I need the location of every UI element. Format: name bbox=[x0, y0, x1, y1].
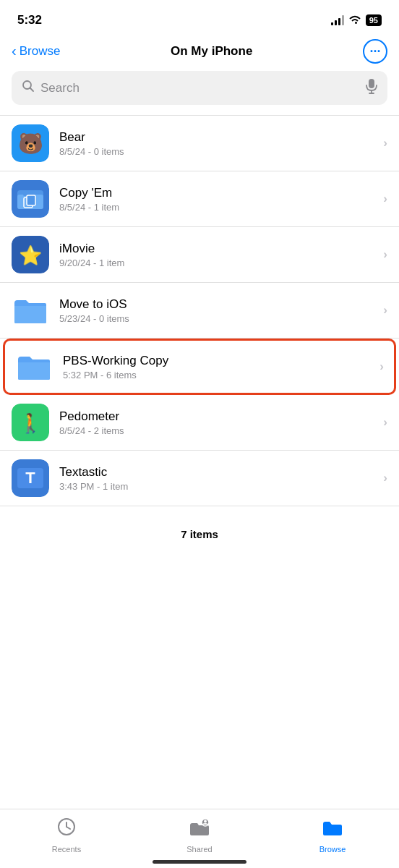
page-title: On My iPhone bbox=[171, 44, 252, 59]
folder-icon-textastic: T bbox=[12, 459, 49, 497]
folder-meta: 5/23/24 - 0 items bbox=[59, 313, 383, 324]
wifi-icon bbox=[348, 14, 361, 27]
folder-meta: 3:43 PM - 1 item bbox=[59, 481, 383, 492]
chevron-right-icon: › bbox=[383, 247, 387, 262]
back-button[interactable]: ‹ Browse bbox=[12, 43, 60, 59]
folder-meta: 5:32 PM - 6 items bbox=[63, 370, 379, 380]
folder-list: 🐻 Bear 8/5/24 - 0 items › bbox=[0, 115, 399, 506]
tab-browse-label: Browse bbox=[319, 845, 346, 854]
folder-meta: 9/20/24 - 1 item bbox=[59, 258, 383, 268]
chevron-right-icon: › bbox=[379, 359, 384, 374]
tab-shared-label: Shared bbox=[186, 845, 212, 854]
main-content: 🐻 Bear 8/5/24 - 0 items › bbox=[0, 115, 399, 642]
chevron-left-icon: ‹ bbox=[12, 43, 17, 59]
tab-browse[interactable]: Browse bbox=[266, 817, 399, 854]
search-bar[interactable]: Search bbox=[12, 71, 387, 105]
folder-name: Bear bbox=[59, 130, 383, 145]
svg-line-1 bbox=[30, 88, 34, 92]
folder-name: PBS-Working Copy bbox=[63, 354, 379, 368]
list-item[interactable]: T Textastic 3:43 PM - 1 item › bbox=[0, 451, 399, 506]
folder-name: Textastic bbox=[59, 465, 383, 480]
folder-meta: 8/5/24 - 2 items bbox=[59, 425, 383, 436]
folder-name: iMovie bbox=[59, 242, 383, 256]
search-input[interactable]: Search bbox=[40, 81, 360, 95]
svg-point-24 bbox=[204, 820, 207, 823]
svg-text:🐻: 🐻 bbox=[18, 132, 43, 156]
chevron-right-icon: › bbox=[383, 471, 387, 485]
mic-icon[interactable] bbox=[366, 78, 377, 98]
battery-indicator: 95 bbox=[366, 14, 382, 26]
back-label: Browse bbox=[20, 44, 61, 59]
svg-text:T: T bbox=[25, 469, 35, 487]
folder-meta: 8/5/24 - 0 items bbox=[59, 146, 383, 157]
recents-icon bbox=[56, 817, 77, 842]
browse-icon bbox=[322, 817, 343, 842]
home-indicator bbox=[153, 860, 246, 864]
list-item[interactable]: Move to iOS 5/23/24 - 0 items › bbox=[0, 283, 399, 339]
chevron-right-icon: › bbox=[383, 415, 387, 430]
signal-icon bbox=[331, 15, 344, 25]
chevron-right-icon: › bbox=[383, 303, 387, 318]
folder-icon-imovie: ⭐ bbox=[12, 236, 49, 273]
folder-name: Copy 'Em bbox=[59, 186, 383, 200]
tab-shared[interactable]: Shared bbox=[133, 817, 266, 854]
search-icon bbox=[22, 80, 35, 96]
svg-text:⭐: ⭐ bbox=[19, 244, 43, 267]
folder-name: Pedometer bbox=[59, 409, 383, 424]
list-item[interactable]: ⭐ iMovie 9/20/24 - 1 item › bbox=[0, 227, 399, 283]
item-count: 7 items bbox=[0, 506, 399, 555]
status-bar: 5:32 95 bbox=[0, 0, 399, 36]
status-icons: 95 bbox=[331, 14, 382, 27]
list-item[interactable]: 🚶 Pedometer 8/5/24 - 2 items › bbox=[0, 395, 399, 451]
svg-rect-12 bbox=[27, 195, 35, 205]
tab-recents-label: Recents bbox=[52, 845, 81, 854]
svg-text:🚶: 🚶 bbox=[19, 412, 43, 435]
folder-name: Move to iOS bbox=[59, 297, 383, 312]
chevron-right-icon: › bbox=[383, 192, 387, 206]
tab-recents[interactable]: Recents bbox=[0, 817, 133, 854]
status-time: 5:32 bbox=[17, 13, 42, 27]
nav-header: ‹ Browse On My iPhone ··· bbox=[0, 36, 399, 71]
folder-icon-copyem bbox=[12, 180, 49, 218]
list-item-pbs[interactable]: PBS-Working Copy 5:32 PM - 6 items › bbox=[3, 339, 396, 395]
folder-icon-pedometer: 🚶 bbox=[12, 404, 49, 441]
tab-bar: Recents Shared Browse bbox=[0, 809, 399, 868]
folder-icon-pbs bbox=[15, 348, 53, 386]
chevron-right-icon: › bbox=[383, 136, 387, 150]
ellipsis-icon: ··· bbox=[369, 44, 380, 59]
folder-icon-bear: 🐻 bbox=[12, 124, 49, 162]
more-button[interactable]: ··· bbox=[363, 39, 387, 64]
list-item[interactable]: 🐻 Bear 8/5/24 - 0 items › bbox=[0, 116, 399, 171]
folder-icon-movetoios bbox=[12, 292, 49, 329]
list-item[interactable]: Copy 'Em 8/5/24 - 1 item › bbox=[0, 171, 399, 227]
svg-rect-2 bbox=[369, 79, 374, 88]
svg-line-22 bbox=[66, 827, 70, 829]
folder-meta: 8/5/24 - 1 item bbox=[59, 202, 383, 213]
shared-icon bbox=[189, 817, 210, 842]
